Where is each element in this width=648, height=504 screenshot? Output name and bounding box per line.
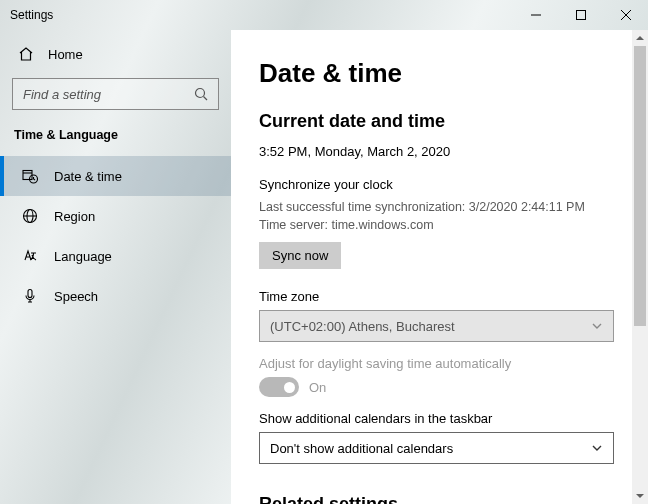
sync-last: Last successful time synchronization: 3/… [259,198,614,216]
nav-label: Language [54,249,112,264]
close-button[interactable] [603,0,648,30]
settings-window: Settings Home [0,0,648,504]
nav-region[interactable]: Region [0,196,231,236]
current-datetime-heading: Current date and time [259,111,614,132]
svg-line-10 [34,179,36,180]
toggle-knob [284,382,295,393]
body: Home Time & Language [0,30,648,504]
search-field[interactable] [23,87,194,102]
sidebar: Home Time & Language [0,30,231,504]
microphone-icon [22,288,38,304]
scroll-down-button[interactable] [632,488,648,504]
chevron-down-icon [591,320,603,332]
window-buttons [513,0,648,30]
nav-date-time[interactable]: Date & time [0,156,231,196]
nav-label: Date & time [54,169,122,184]
timezone-select[interactable]: (UTC+02:00) Athens, Bucharest [259,310,614,342]
scroll-up-button[interactable] [632,30,648,46]
svg-rect-14 [28,290,32,298]
window-title: Settings [10,8,53,22]
dst-label: Adjust for daylight saving time automati… [259,356,614,371]
clock-calendar-icon [22,168,38,184]
related-settings-heading: Related settings [259,494,614,504]
svg-rect-6 [23,171,32,180]
home-label: Home [48,47,83,62]
scroll-thumb[interactable] [634,46,646,326]
sync-server: Time server: time.windows.com [259,216,614,234]
page-title: Date & time [259,58,614,89]
language-icon [22,248,38,264]
maximize-button[interactable] [558,0,603,30]
dst-toggle-row: On [259,377,614,397]
timezone-value: (UTC+02:00) Athens, Bucharest [270,319,455,334]
search-icon [194,87,208,101]
scrollbar[interactable] [632,30,648,504]
svg-point-4 [196,89,205,98]
home-icon [18,46,34,62]
sync-now-button[interactable]: Sync now [259,242,341,269]
main-panel: Date & time Current date and time 3:52 P… [231,30,648,504]
minimize-button[interactable] [513,0,558,30]
search-input[interactable] [12,78,219,110]
sync-heading: Synchronize your clock [259,177,614,192]
svg-rect-1 [576,11,585,20]
dst-toggle[interactable] [259,377,299,397]
scroll-track[interactable] [632,46,648,488]
nav-language[interactable]: Language [0,236,231,276]
globe-icon [22,208,38,224]
search-container [0,70,231,122]
content: Date & time Current date and time 3:52 P… [231,30,632,504]
nav-label: Region [54,209,95,224]
additional-calendars-select[interactable]: Don't show additional calendars [259,432,614,464]
nav-label: Speech [54,289,98,304]
section-title: Time & Language [0,122,231,156]
chevron-down-icon [591,442,603,454]
nav-speech[interactable]: Speech [0,276,231,316]
svg-line-5 [204,97,208,101]
titlebar: Settings [0,0,648,30]
dst-state: On [309,380,326,395]
home-button[interactable]: Home [0,38,231,70]
timezone-heading: Time zone [259,289,614,304]
addcal-value: Don't show additional calendars [270,441,453,456]
addcal-label: Show additional calendars in the taskbar [259,411,614,426]
current-datetime-value: 3:52 PM, Monday, March 2, 2020 [259,144,614,159]
